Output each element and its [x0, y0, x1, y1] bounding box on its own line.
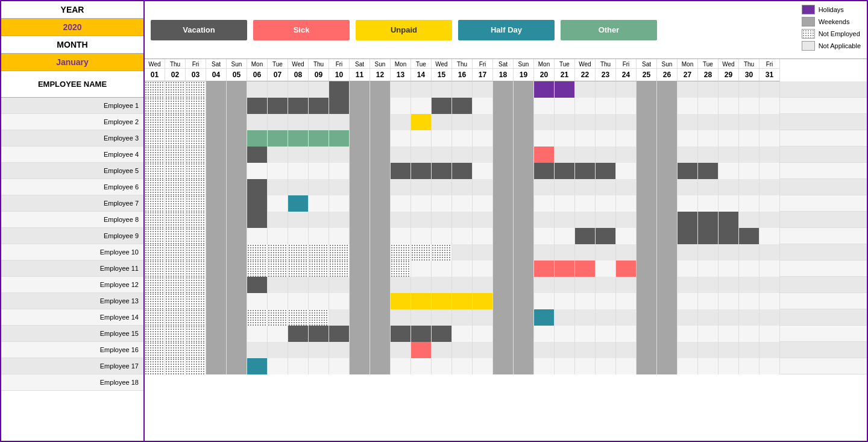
- day-number: 15: [432, 69, 451, 81]
- calendar-cell: [698, 244, 719, 260]
- day-number: 18: [493, 69, 513, 81]
- calendar-day-header: Wed22: [575, 59, 596, 81]
- calendar-cell: [145, 81, 165, 98]
- calendar-cell: [678, 277, 698, 293]
- calendar-day-header: Sun19: [514, 59, 534, 81]
- calendar-cell: [227, 195, 247, 212]
- calendar-cell: [493, 244, 514, 260]
- calendar-cell: [247, 309, 268, 326]
- calendar-cell: [206, 163, 227, 179]
- calendar-cell: [678, 342, 698, 358]
- calendar-cell: [309, 147, 329, 163]
- calendar-cell: [309, 228, 329, 244]
- calendar-cell: [760, 147, 780, 163]
- calendar-cell: [247, 228, 268, 244]
- calendar-cell: [616, 326, 637, 342]
- calendar-cell: [473, 244, 493, 260]
- calendar-cell: [760, 212, 780, 228]
- holidays-swatch: [802, 5, 815, 14]
- calendar-cell: [350, 98, 370, 114]
- calendar-cell: [432, 342, 452, 358]
- calendar-cell: [411, 342, 432, 358]
- calendar-cell: [555, 98, 575, 114]
- calendar-day-header: Sun26: [657, 59, 678, 81]
- calendar-cell: [268, 260, 288, 277]
- calendar-cell: [452, 114, 473, 130]
- calendar-cell: [288, 309, 309, 326]
- calendar-cell: [206, 309, 227, 326]
- not-applicable-label: Not Applicable: [819, 42, 861, 49]
- grid-employee-row: [145, 244, 867, 260]
- legend-weekends: Weekends: [802, 17, 861, 27]
- day-of-week: Fri: [473, 59, 492, 69]
- calendar-cell: [165, 260, 186, 277]
- calendar-cell: [309, 260, 329, 277]
- calendar-cell: [596, 114, 616, 130]
- calendar-cell: [432, 228, 452, 244]
- calendar-cell: [391, 114, 411, 130]
- calendar-cell: [534, 81, 555, 98]
- calendar-cell: [739, 358, 760, 374]
- calendar-cell: [432, 326, 452, 342]
- legend-row: Vacation Sick Unpaid Half Day Other Holi…: [145, 1, 867, 59]
- calendar-cell: [678, 228, 698, 244]
- calendar-day-header: Sun05: [227, 59, 247, 81]
- calendar-cell: [186, 179, 206, 195]
- right-panel: Vacation Sick Unpaid Half Day Other Holi…: [145, 1, 867, 441]
- calendar-cell: [514, 179, 534, 195]
- calendar-cell: [739, 244, 760, 260]
- calendar-cell: [616, 277, 637, 293]
- calendar-cell: [678, 309, 698, 326]
- calendar-cell: [329, 212, 350, 228]
- calendar-cell: [350, 114, 370, 130]
- calendar-cell: [637, 342, 657, 358]
- calendar-cell: [370, 81, 391, 98]
- calendar-cell: [247, 98, 268, 114]
- calendar-cell: [329, 130, 350, 147]
- calendar-cell: [268, 293, 288, 309]
- calendar-cell: [145, 358, 165, 374]
- holidays-label: Holidays: [819, 6, 844, 13]
- grid-employee-row: [145, 163, 867, 179]
- calendar-cell: [206, 195, 227, 212]
- calendar-cell: [391, 244, 411, 260]
- calendar-cell: [227, 309, 247, 326]
- calendar-cell: [432, 309, 452, 326]
- calendar-cell: [309, 342, 329, 358]
- calendar-cell: [698, 195, 719, 212]
- calendar-cell: [309, 293, 329, 309]
- month-value: January: [1, 54, 143, 71]
- day-of-week: Sat: [493, 59, 513, 69]
- day-of-week: Mon: [534, 59, 554, 69]
- calendar-cell: [534, 147, 555, 163]
- calendar-cell: [596, 358, 616, 374]
- calendar-cell: [247, 277, 268, 293]
- day-number: 16: [452, 69, 472, 81]
- weekends-swatch: [802, 17, 815, 27]
- calendar-cell: [227, 244, 247, 260]
- weekends-label: Weekends: [819, 18, 850, 25]
- calendar-cell: [719, 260, 739, 277]
- calendar-cell: [206, 81, 227, 98]
- calendar-cell: [555, 244, 575, 260]
- calendar-cell: [616, 309, 637, 326]
- calendar-cell: [473, 277, 493, 293]
- left-panel: YEAR 2020 MONTH January EMPLOYEE NAME Em…: [1, 1, 145, 441]
- calendar-day-header: Wed08: [288, 59, 309, 81]
- calendar-cell: [432, 179, 452, 195]
- calendar-cell: [514, 195, 534, 212]
- calendar-cell: [678, 293, 698, 309]
- calendar-cell: [657, 228, 678, 244]
- calendar-day-header: Thu02: [165, 59, 186, 81]
- calendar-cell: [473, 130, 493, 147]
- not-applicable-swatch: [802, 41, 815, 51]
- calendar-cell: [719, 228, 739, 244]
- calendar-cell: [309, 244, 329, 260]
- calendar-day-header: Tue21: [555, 59, 575, 81]
- calendar-cell: [206, 98, 227, 114]
- calendar-cell: [145, 163, 165, 179]
- calendar-cell: [350, 326, 370, 342]
- calendar-cell: [350, 228, 370, 244]
- calendar-cell: [657, 244, 678, 260]
- calendar-cell: [534, 277, 555, 293]
